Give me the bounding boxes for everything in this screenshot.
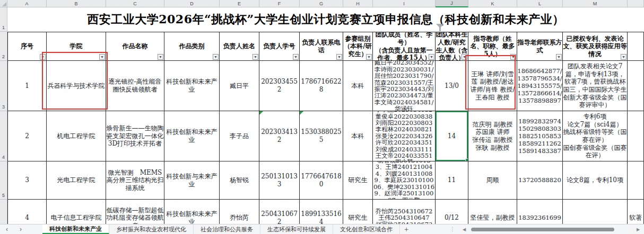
column-header-C[interactable]: C <box>106 0 164 7</box>
row-number-5[interactable]: 5 <box>0 161 7 200</box>
filter-button-K[interactable]: ▼ <box>510 54 516 60</box>
column-header-K[interactable]: K <box>468 0 517 7</box>
cell-F4[interactable]: 2023034132 <box>259 111 300 161</box>
filter-button-H[interactable]: ▼ <box>366 54 372 60</box>
column-header-n[interactable] <box>628 0 644 7</box>
sheet-title-cell[interactable]: 西安工业大学2026年“挑战杯”大学生创业计划竞赛立项申报信息（科技创新和未来产… <box>7 7 644 32</box>
sheet-tab-3[interactable]: 生态环保和可持续发展 <box>260 224 333 234</box>
column-header-F[interactable]: F <box>259 0 300 7</box>
col-header-cell-D[interactable]: 作品类别▼ <box>164 32 220 61</box>
filter-button-E[interactable]: ▼ <box>253 54 258 60</box>
cell-I3[interactable]: 臧日平2023034552/李诗雨2023030031/屈佳怡202303179… <box>373 61 436 111</box>
cell-M3[interactable]: 团队发表相关论文7篇，申请专利13项，软著7项，曾获挑战杯国三，中国国际大学生创… <box>563 61 628 111</box>
col-header-cell-E[interactable]: 负责人姓名▼ <box>220 32 259 61</box>
cell-M5[interactable]: 论文8篇，专利10项 <box>563 161 628 200</box>
filter-button-L[interactable]: ▼ <box>556 54 562 60</box>
filter-button-B[interactable]: ▼ <box>99 54 105 60</box>
col-header-cell-K[interactable]: 指导教师（姓名、职称、最多5人）▼ <box>468 32 517 61</box>
cell-H4[interactable]: 本科 <box>343 111 373 161</box>
cell-H3[interactable]: 本科 <box>343 61 373 111</box>
col-header-cell-A[interactable]: 序号▼ <box>7 32 47 61</box>
col-header-cell-J[interactable]: 团队本科生人数/研究生人数（含负责人）▼ <box>436 32 468 61</box>
cell-F3[interactable]: 2023034552 <box>259 61 300 111</box>
cell-G3[interactable]: 17867166228 <box>300 61 343 111</box>
cell-L3[interactable]: 18686642877/13578796534/18943155575/1357… <box>517 61 563 111</box>
col-header-cell-n[interactable] <box>628 32 644 61</box>
col-header-cell-I[interactable]: 团队成员（姓名、学号） （含负责人且放第一作者、最多15人）▼ <box>373 32 436 61</box>
hscroll-left-arrow-icon[interactable]: ◀ <box>463 227 466 232</box>
cell-F5[interactable]: 2501310133 <box>259 161 300 200</box>
cell-E4[interactable]: 李子品 <box>220 111 259 161</box>
cell-B5[interactable]: 光电工程学院 <box>47 161 106 200</box>
cell-G4[interactable]: 15303880255 <box>300 111 343 161</box>
cell-n3[interactable] <box>628 61 644 111</box>
cell-A3[interactable]: 1 <box>7 61 47 111</box>
hscroll-right-arrow-icon[interactable]: ▶ <box>637 227 640 232</box>
cell-B4[interactable]: 机电工程学院 <box>47 111 106 161</box>
cell-L4[interactable]: 18992832974 15029808303 18825105853 1858… <box>517 111 563 161</box>
filter-button-G[interactable]: ▼ <box>336 54 342 60</box>
sheet-nav-left-icon[interactable]: ‹ <box>0 224 14 234</box>
column-header-J[interactable]: J <box>436 0 468 7</box>
col-header-cell-B[interactable]: 学院▼ <box>47 32 106 61</box>
col-header-cell-M[interactable]: 已授权专利、发表论文、获奖及获得应用等情况▼ <box>563 32 628 61</box>
sheet-tab-1[interactable]: 乡村振兴和农业农村现代化 <box>109 224 194 234</box>
col-header-cell-L[interactable]: 指导老师联系方式▼ <box>517 32 563 61</box>
cell-J5[interactable]: 11 <box>436 161 468 200</box>
column-header-E[interactable]: E <box>220 0 259 7</box>
select-all-corner[interactable] <box>0 0 7 7</box>
cell-n4[interactable] <box>628 111 644 161</box>
cell-A4[interactable]: 2 <box>7 111 47 161</box>
filter-button-D[interactable]: ▼ <box>213 54 219 60</box>
filter-button-I[interactable]: ▼ <box>429 54 434 60</box>
col-header-cell-C[interactable]: 作品名称▼ <box>106 32 164 61</box>
sheet-tab-0[interactable]: 科技创新和未来产业 <box>42 224 109 234</box>
add-sheet-button[interactable]: ＋ <box>400 224 413 234</box>
column-header-H[interactable]: H <box>343 0 373 7</box>
cell-B3[interactable]: 兵器科学与技术学院 <box>47 61 106 111</box>
column-header-G[interactable]: G <box>300 0 343 7</box>
cell-C3[interactable]: 逐光镜控-高性能音圈快反镜领航者 <box>106 61 164 111</box>
cell-D5[interactable]: 科技创新与未来产业 <box>164 161 220 200</box>
sheet-tab-2[interactable]: 社会治理和公共服务 <box>194 224 260 234</box>
cell-L5[interactable]: 13720588820 <box>517 161 563 200</box>
sheet-tab-4[interactable]: 文化创意和区域合作 <box>333 224 400 234</box>
filter-button-M[interactable]: ▼ <box>621 54 626 60</box>
col-header-cell-H[interactable]: 参赛组别（本科/研究生）▼ <box>343 32 373 61</box>
cell-E3[interactable]: 臧日平 <box>220 61 259 111</box>
cell-n5[interactable] <box>628 161 644 200</box>
cell-I5[interactable]: 杨智锐2501310133、王博2401210044、刘媛2401310089、… <box>373 161 436 200</box>
cell-A5[interactable]: 3 <box>7 161 47 200</box>
cell-E5[interactable]: 杨智锐 <box>220 161 259 200</box>
cell-C4[interactable]: 焕骨新生——生物陶瓷支架宏微孔一体化3D打印技术开拓者 <box>106 111 164 161</box>
cell-J4[interactable]: 14 <box>436 111 468 161</box>
column-header-B[interactable]: B <box>47 0 106 7</box>
cell-H5[interactable]: 研究生 <box>343 161 373 200</box>
column-header-I[interactable]: I <box>373 0 436 7</box>
filter-button-F[interactable]: ▼ <box>293 54 299 60</box>
column-header-D[interactable]: D <box>164 0 220 7</box>
row-number-2[interactable]: 2 <box>0 32 7 61</box>
cell-I4[interactable]: 李子品2023034132董俊卓2022030838刘雨阳2022030803李… <box>373 111 436 161</box>
cell-M4[interactable]: 专利6项 论文7篇（sci4篇） 挑战杯省级特等奖（国赛在评） 国创赛省级金奖（… <box>563 111 628 161</box>
hscroll-thumb[interactable] <box>471 228 614 231</box>
cell-D3[interactable]: 科技创新和未来产业 <box>164 61 220 111</box>
sheet-nav-right-icon[interactable]: › <box>14 224 28 234</box>
cell-G5[interactable]: 17766476180 <box>300 161 343 200</box>
cell-K3[interactable]: 王琳 讲师/刘雪莲 副教授/谢达 讲师/肖锋 教授/王春阳 教授 <box>468 61 517 111</box>
cell-K4[interactable]: 范庆明 副教授 苏国康 讲师 张传运 副教授 张耿 副教授 <box>468 111 517 161</box>
cell-C5[interactable]: 微光智测 MEMS 高分辨三维结构光扫描系统 <box>106 161 164 200</box>
cell-D4[interactable]: 科技创新和未来产业 <box>164 111 220 161</box>
column-header-M[interactable]: M <box>563 0 628 7</box>
row-number-3[interactable]: 3 <box>0 61 7 111</box>
cell-K5[interactable]: 周顺 <box>468 161 517 200</box>
filter-button-A[interactable]: ▼ <box>40 54 46 60</box>
fill-handle[interactable] <box>465 158 468 161</box>
column-header-A[interactable]: A <box>7 0 47 7</box>
row-number-1[interactable]: 1 <box>0 7 7 32</box>
filter-button-C[interactable]: ▼ <box>158 54 163 60</box>
col-header-cell-G[interactable]: 负责人联系电话▼ <box>300 32 343 61</box>
col-header-cell-F[interactable]: 负责人学号▼ <box>259 32 300 61</box>
tab-scrollbar-splitter[interactable]: ⋮ <box>450 226 455 232</box>
filter-button-J[interactable]: ▼ <box>462 54 467 60</box>
